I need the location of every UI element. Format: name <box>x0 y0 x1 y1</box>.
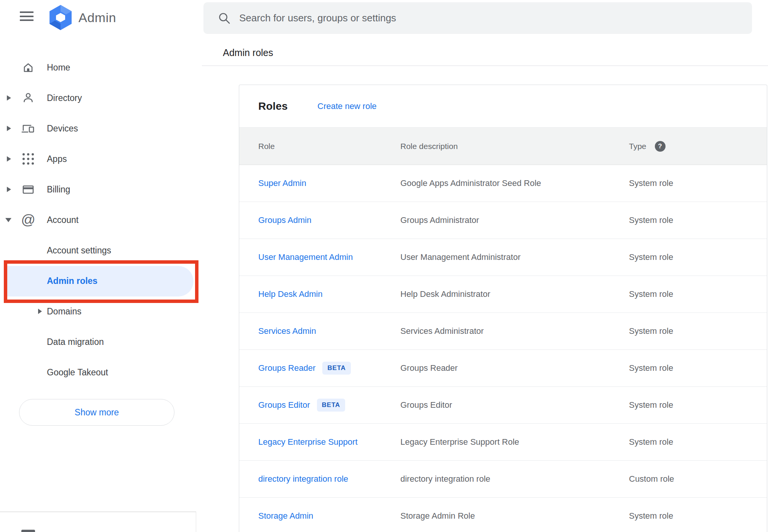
expand-arrow-icon[interactable] <box>7 126 11 131</box>
sidebar-item-label: Devices <box>47 123 78 134</box>
role-description: Storage Admin Role <box>400 498 475 532</box>
sidebar-item-account-settings[interactable]: Account settings <box>0 235 196 266</box>
column-header-description: Role description <box>400 128 458 165</box>
sidebar-item-data-migration[interactable]: Data migration <box>0 327 196 357</box>
role-type: Custom role <box>629 461 674 497</box>
expand-arrow-icon[interactable] <box>38 309 42 314</box>
sidebar-item-label: Billing <box>47 184 70 195</box>
table-row: Storage Admin BETA Storage Admin Role Sy… <box>239 498 767 532</box>
sidebar-item-home[interactable]: Home <box>0 52 196 83</box>
table-row: Groups Reader BETA Groups Reader System … <box>239 350 767 387</box>
expand-arrow-icon[interactable] <box>7 95 11 101</box>
table-row: Groups Editor BETA Groups Editor System … <box>239 387 767 424</box>
role-type: System role <box>629 276 673 312</box>
role-description: Google Apps Administrator Seed Role <box>400 165 541 202</box>
role-description: Legacy Enterprise Support Role <box>400 424 519 460</box>
role-description: User Management Administrator <box>400 239 520 276</box>
sidebar-item-domains[interactable]: Domains <box>0 296 196 327</box>
home-icon <box>21 60 35 75</box>
sidebar-item-label: Home <box>47 62 70 73</box>
column-header-type-label: Type <box>629 142 646 151</box>
role-link[interactable]: Help Desk Admin <box>258 289 323 299</box>
sidebar-item-label: Apps <box>47 154 67 164</box>
devices-icon <box>21 121 35 136</box>
role-description: Services Administrator <box>400 313 484 349</box>
role-type: System role <box>629 387 673 423</box>
sidebar: Home Directory Devices Apps <box>0 0 202 532</box>
sidebar-item-directory[interactable]: Directory <box>0 83 196 113</box>
sidebar-item-admin-roles[interactable]: Admin roles <box>0 266 196 296</box>
sidebar-item-label: Account settings <box>47 245 111 256</box>
column-header-type: Type ? <box>629 128 666 165</box>
sidebar-item-google-takeout[interactable]: Google Takeout <box>0 357 196 388</box>
roles-table-body: Super Admin BETA Google Apps Administrat… <box>239 165 767 532</box>
sidebar-item-label: Data migration <box>47 337 104 347</box>
clipped-bottom-icon <box>21 530 35 532</box>
card-title: Roles <box>258 100 288 112</box>
search-icon <box>218 12 231 25</box>
table-row: Legacy Enterprise Support BETA Legacy En… <box>239 424 767 461</box>
apps-grid-icon <box>21 152 35 166</box>
sidebar-item-devices[interactable]: Devices <box>0 113 196 144</box>
role-link[interactable]: Legacy Enterprise Support <box>258 437 358 447</box>
column-header-role: Role <box>258 128 275 165</box>
table-row: Groups Admin BETA Groups Administrator S… <box>239 202 767 239</box>
role-link[interactable]: Groups Editor <box>258 400 310 410</box>
show-more-button[interactable]: Show more <box>19 399 174 426</box>
show-more-label: Show more <box>75 407 119 418</box>
table-row: User Management Admin BETA User Manageme… <box>239 239 767 276</box>
role-type: System role <box>629 165 673 202</box>
credit-card-icon <box>21 182 35 197</box>
sidebar-item-label: Account <box>47 215 78 225</box>
role-link[interactable]: Services Admin <box>258 326 316 336</box>
sidebar-item-label: Directory <box>47 93 82 103</box>
help-icon[interactable]: ? <box>655 141 666 152</box>
sidebar-item-billing[interactable]: Billing <box>0 174 196 205</box>
breadcrumb: Admin roles <box>223 46 273 59</box>
table-row: Super Admin BETA Google Apps Administrat… <box>239 165 767 202</box>
beta-badge: BETA <box>317 399 345 412</box>
role-link[interactable]: Groups Admin <box>258 215 311 225</box>
roles-card: Roles Create new role Role Role descript… <box>239 85 767 532</box>
at-sign-icon: @ <box>21 213 35 227</box>
role-link[interactable]: User Management Admin <box>258 252 353 262</box>
role-description: Help Desk Administrator <box>400 276 490 312</box>
role-description: directory integration role <box>400 461 490 497</box>
sidebar-item-apps[interactable]: Apps <box>0 144 196 174</box>
beta-badge: BETA <box>322 362 350 375</box>
search-bar[interactable] <box>203 2 752 34</box>
role-type: System role <box>629 498 673 532</box>
sidebar-item-label: Google Takeout <box>47 367 108 378</box>
role-link[interactable]: Storage Admin <box>258 511 313 521</box>
role-type: System role <box>629 239 673 276</box>
expand-arrow-icon[interactable] <box>7 187 11 192</box>
role-link[interactable]: Groups Reader <box>258 363 315 373</box>
role-type: System role <box>629 424 673 460</box>
create-new-role-link[interactable]: Create new role <box>317 101 376 111</box>
sidebar-bottom-divider <box>0 511 196 512</box>
person-icon <box>21 91 35 105</box>
table-row: directory integration role BETA director… <box>239 461 767 498</box>
role-description: Groups Administrator <box>400 202 479 239</box>
search-input[interactable] <box>239 12 696 24</box>
header-divider <box>202 66 768 66</box>
role-link[interactable]: Super Admin <box>258 178 306 188</box>
table-row: Help Desk Admin BETA Help Desk Administr… <box>239 276 767 313</box>
collapse-arrow-icon[interactable] <box>5 218 11 222</box>
role-type: System role <box>629 350 673 386</box>
sidebar-item-account[interactable]: @ Account <box>0 205 196 235</box>
table-row: Services Admin BETA Services Administrat… <box>239 313 767 350</box>
role-type: System role <box>629 202 673 239</box>
role-type: System role <box>629 313 673 349</box>
role-description: Groups Editor <box>400 387 452 423</box>
roles-card-header: Roles Create new role <box>239 85 767 127</box>
role-description: Groups Reader <box>400 350 458 386</box>
roles-table-header: Role Role description Type ? <box>239 127 767 165</box>
sidebar-item-label: Domains <box>47 306 82 317</box>
expand-arrow-icon[interactable] <box>7 156 11 162</box>
sidebar-edge-divider <box>196 511 196 532</box>
sidebar-item-label: Admin roles <box>47 276 98 286</box>
role-link[interactable]: directory integration role <box>258 474 348 484</box>
